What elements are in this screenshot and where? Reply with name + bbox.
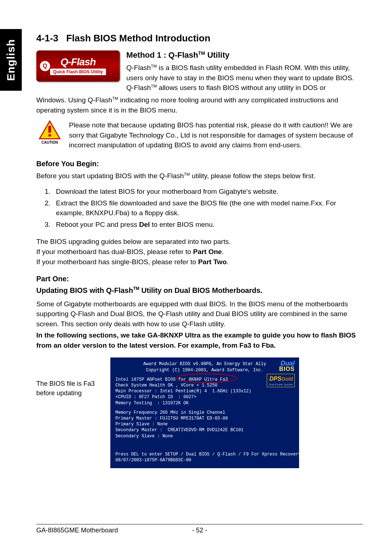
- badge-dps: DPSGold Dual Power System: [267, 374, 295, 387]
- bios-screen: Dual BIOS DPSGold Dual Power System Awar…: [110, 357, 299, 468]
- bios-line-5: Memory Testing : 131072K OK: [115, 400, 294, 406]
- tm-mark: TM: [151, 84, 157, 88]
- steps-list: Download the latest BIOS for your mother…: [36, 187, 363, 229]
- bios-figure: The BIOS file is Fa3 before updating Dua…: [36, 357, 363, 468]
- intro-paragraph-right: Q-FlashTM is a BIOS flash utility embedd…: [126, 63, 363, 93]
- before-intro-b: utility, please follow the steps below f…: [190, 172, 315, 180]
- bios-line-10: Secondary Slave : None: [115, 433, 294, 439]
- guides-line2: If your motherboard has dual-BIOS, pleas…: [36, 247, 363, 257]
- badge-dps-d: DPS: [269, 376, 281, 382]
- part-one-sub-a: Updating BIOS with Q-Flash: [36, 286, 133, 294]
- bios-line-8: Primary Slave : None: [115, 421, 294, 427]
- section-heading: 4-1-3 Flash BIOS Method Introduction: [36, 33, 363, 44]
- svg-rect-1: [48, 126, 51, 133]
- step-3: Reboot your PC and press Del to enter BI…: [52, 220, 363, 230]
- part-one-para: Some of Gigabyte motherboards are equipp…: [36, 299, 363, 329]
- method-heading-pre: Method 1 : Q-Flash: [126, 50, 198, 60]
- before-intro: Before you start updating BIOS with the …: [36, 171, 363, 181]
- caution-text: Please note that because updating BIOS h…: [69, 120, 363, 150]
- bios-line-11: Press DEL to enter SETUP / Dual BIOS / Q…: [115, 451, 294, 457]
- section-title: Flash BIOS Method Introduction: [66, 33, 210, 44]
- guides-line3-b: Part Two: [198, 258, 227, 266]
- qflash-logo-big: Q-Flash: [60, 57, 95, 67]
- part-one-bold: In the following sections, we take GA-8K…: [36, 330, 363, 350]
- badge-dps-g: Gold: [281, 376, 293, 382]
- caution-icon: CAUTION: [36, 120, 63, 150]
- footer-right: [207, 527, 363, 534]
- tm-mark: TM: [184, 172, 190, 176]
- guides-block: The BIOS upgrading guides below are sepa…: [36, 237, 363, 267]
- page-content: 4-1-3 Flash BIOS Method Introduction Q Q…: [36, 33, 363, 468]
- footer-center: - 52 -: [192, 527, 207, 534]
- tm-mark: TM: [151, 64, 157, 68]
- page-footer: GA-8I865GME Motherboard - 52 -: [36, 524, 363, 534]
- qflash-logo-small: Quick Flash BIOS Utility: [50, 69, 106, 75]
- step-1: Download the latest BIOS for your mother…: [52, 187, 363, 197]
- badge-bios: BIOS: [267, 367, 295, 372]
- guides-line2-c: .: [222, 248, 224, 255]
- method-heading: Method 1 : Q-FlashTM Utility: [126, 50, 363, 60]
- tm-mark: TM: [112, 96, 118, 101]
- guides-line3: If your motherboard has single-BIOS, ple…: [36, 257, 363, 267]
- bios-line-6: Memory Frequency 266 MHz in Single Chann…: [115, 410, 294, 416]
- qflash-logo-dot: Q: [40, 61, 50, 71]
- svg-point-2: [48, 134, 51, 137]
- bios-badge: Dual BIOS DPSGold Dual Power System: [267, 360, 295, 387]
- part-one-sub-b: Utility on Dual BIOS Motherboards.: [139, 286, 262, 294]
- bios-caption: The BIOS file is Fa3 before updating: [36, 357, 102, 397]
- step-2: Extract the BIOS file downloaded and sav…: [52, 198, 363, 218]
- before-intro-a: Before you start updating BIOS with the …: [36, 172, 184, 180]
- bios-line-4: <CPUID : 0F27 Patch ID : 0027>: [115, 394, 294, 400]
- guides-line3-a: If your motherboard has single-BIOS, ple…: [36, 258, 198, 266]
- bios-line-7: Primary Master : FUJITSU MPE3170AT ED-03…: [115, 416, 294, 421]
- intro-2a: Windows. Using Q-Flash: [36, 96, 112, 104]
- intro-1a: Q-Flash: [126, 64, 151, 71]
- caution-block: CAUTION Please note that because updatin…: [36, 120, 363, 150]
- part-one-subheading: Updating BIOS with Q-FlashTM Utility on …: [36, 286, 363, 295]
- bios-line-12: 08/07/2003-i875P-6A79BG03C-00: [115, 457, 294, 463]
- caution-label: CAUTION: [36, 140, 63, 144]
- guides-line1: The BIOS upgrading guides below are sepa…: [36, 237, 363, 247]
- qflash-logo: Q Q-Flash Quick Flash BIOS Utility: [36, 50, 120, 82]
- badge-dps-sub: Dual Power System: [269, 383, 293, 386]
- footer-left: GA-8I865GME Motherboard: [36, 527, 192, 534]
- guides-line2-a: If your motherboard has dual-BIOS, pleas…: [36, 248, 193, 255]
- language-tab: English: [0, 29, 22, 91]
- intro-1c: allows users to flash BIOS without any u…: [157, 84, 326, 91]
- tm-mark: TM: [198, 50, 205, 56]
- bios-line-3: Main Processor : Intel Pentium(R) 4 1.6G…: [115, 388, 294, 394]
- section-number: 4-1-3: [36, 33, 58, 44]
- method-heading-post: Utility: [205, 50, 229, 60]
- guides-line2-b: Part One: [193, 248, 222, 255]
- tm-mark: TM: [133, 286, 139, 291]
- intro-paragraph-wrap: Windows. Using Q-FlashTM indicating no m…: [36, 95, 363, 115]
- bios-line-9: Secondary Master : CREATIVEDVD-RM DVD124…: [115, 427, 294, 433]
- bios-body: Intel i875P AGPset BIOS for 8KNXP Ultra …: [115, 377, 294, 463]
- guides-line3-c: .: [227, 258, 229, 266]
- part-one-heading: Part One:: [36, 275, 363, 283]
- before-heading: Before You Begin:: [36, 160, 363, 168]
